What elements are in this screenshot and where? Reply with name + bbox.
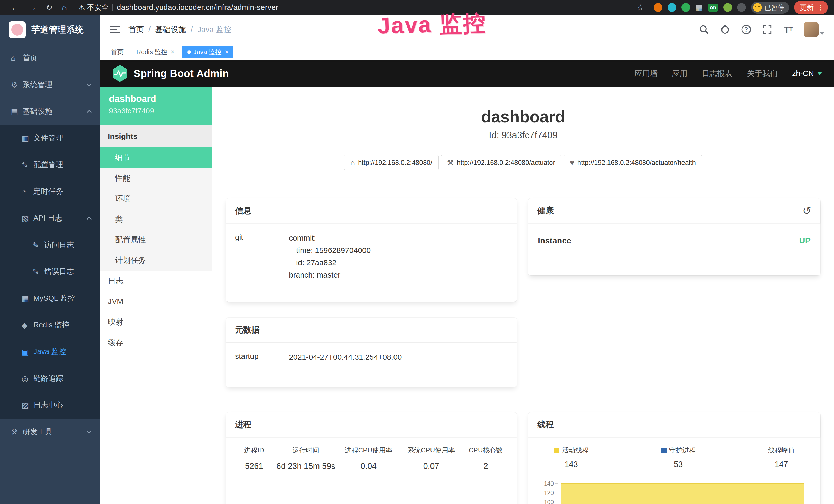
sba-menu-metrics[interactable]: 性能 [100, 168, 212, 188]
sba-menu-environment[interactable]: 环境 [100, 188, 212, 209]
git-commit-line: commit: [289, 232, 507, 244]
sidebar-item-infra[interactable]: ▤ 基础设施 [0, 98, 100, 125]
card-title: 信息 [226, 199, 517, 223]
sidebar-item-label: Java 监控 [34, 347, 66, 357]
spring-boot-admin-logo [112, 65, 128, 82]
tick-mark [555, 502, 558, 502]
sba-nav-about[interactable]: 关于我们 [747, 68, 778, 79]
main-sidebar: 芋道管理系统 ⌂ 首页 ⚙ 系统管理 ▤ 基础设施 ▥ 文件管理 ✎ 配置管理 … [0, 15, 100, 504]
history-icon[interactable]: ↺ [803, 206, 811, 216]
fullscreen-icon[interactable] [762, 24, 773, 35]
instance-url-button[interactable]: ⌂ http://192.168.0.2:48080/ [344, 155, 439, 170]
sidebar-item-mysql-monitor[interactable]: ▦ MySQL 监控 [0, 285, 100, 312]
heartbeat-icon: ♥ [570, 159, 574, 167]
sidebar-item-system[interactable]: ⚙ 系统管理 [0, 71, 100, 98]
tags-view-bar: 首页 Redis 监控 × Java 监控 × [100, 44, 834, 60]
font-size-icon[interactable]: TT [783, 24, 794, 35]
kebab-menu-icon[interactable]: ⋮ [817, 3, 824, 12]
browser-forward-button[interactable]: → [28, 3, 37, 12]
sidebar-item-redis-monitor[interactable]: ◈ Redis 监控 [0, 312, 100, 338]
sidebar-item-files[interactable]: ▥ 文件管理 [0, 125, 100, 152]
extensions-grid-icon[interactable]: ▦ [695, 3, 702, 12]
legend-value: 147 [768, 460, 795, 469]
browser-reload-button[interactable]: ↻ [46, 3, 53, 12]
paused-profile-chip[interactable]: 已暂停 [751, 2, 789, 14]
github-icon[interactable] [720, 24, 731, 35]
sba-nav-wallboard[interactable]: 应用墙 [634, 68, 658, 79]
info-key: git [235, 232, 289, 288]
breadcrumb-home[interactable]: 首页 [128, 24, 144, 35]
extension-icon[interactable] [654, 3, 662, 12]
sba-language-select[interactable]: zh-CN [792, 69, 822, 78]
sidebar-item-api-log[interactable]: ▧ API 日志 [0, 205, 100, 232]
threads-chart: 140 120 100 [537, 479, 811, 504]
tab-java-monitor[interactable]: Java 监控 × [182, 46, 234, 58]
tab-home[interactable]: 首页 [106, 46, 128, 58]
sba-instance-header[interactable]: dashboard 93a3fc7f7409 [100, 87, 212, 125]
health-url-button[interactable]: ♥ http://192.168.0.2:48080/actuator/heal… [564, 155, 702, 170]
breadcrumb-current: Java 监控 [198, 24, 232, 35]
api-log-icon: ▧ [22, 214, 34, 223]
bookmark-star-icon[interactable]: ☆ [637, 3, 644, 12]
process-value-uptime: 6d 23h 15m 59s [273, 461, 339, 471]
tab-redis-monitor[interactable]: Redis 监控 × [132, 46, 179, 58]
user-menu[interactable] [804, 22, 824, 37]
sidebar-item-log-center[interactable]: ▨ 日志中心 [0, 392, 100, 418]
legend-item-live: 活动线程 143 [554, 446, 589, 469]
infra-submenu: ▥ 文件管理 ✎ 配置管理 ◔ 定时任务 ▧ API 日志 ✎ 访问日志 ✎ 错… [0, 125, 100, 418]
sba-nav-journal[interactable]: 日志报表 [702, 68, 732, 79]
sidebar-item-tracing[interactable]: ◎ 链路追踪 [0, 365, 100, 392]
sidebar-item-label: 系统管理 [23, 79, 52, 90]
breadcrumb-infra[interactable]: 基础设施 [155, 24, 186, 35]
trace-icon: ◎ [22, 374, 34, 383]
security-warning-icon[interactable]: ⚠ [78, 3, 85, 12]
extension-icon[interactable] [681, 3, 690, 12]
metadata-card: 元数据 startup 2021-04-27T00:44:31.254+08:0… [226, 318, 517, 387]
process-header-uptime: 运行时间 [273, 446, 339, 455]
sidebar-item-label: API 日志 [34, 213, 62, 223]
sidebar-item-scheduled-jobs[interactable]: ◔ 定时任务 [0, 178, 100, 205]
spring-boot-admin-header: Spring Boot Admin 应用墙 应用 日志报表 关于我们 zh-CN [100, 60, 834, 87]
close-icon[interactable]: × [225, 48, 228, 56]
spring-boot-admin-title[interactable]: Spring Boot Admin [134, 68, 229, 79]
sba-menu-scheduled-tasks[interactable]: 计划任务 [100, 250, 212, 271]
sidebar-item-error-log[interactable]: ✎ 错误日志 [0, 258, 100, 285]
sba-menu-jvm[interactable]: JVM [100, 291, 212, 312]
sidebar-item-home[interactable]: ⌂ 首页 [0, 45, 100, 71]
app-logo-row[interactable]: 芋道管理系统 [0, 15, 100, 45]
security-label[interactable]: 不安全 [87, 3, 109, 12]
timer-icon: ◔ [22, 187, 34, 196]
sba-menu-details[interactable]: 细节 [100, 147, 212, 168]
sidebar-item-java-monitor[interactable]: ▣ Java 监控 [0, 338, 100, 365]
sba-menu-config-props[interactable]: 配置属性 [100, 230, 212, 250]
link-label: http://192.168.0.2:48080/actuator/health [577, 159, 696, 167]
sba-menu-insights[interactable]: Insights [100, 125, 212, 147]
extension-icon[interactable] [737, 3, 746, 12]
sidebar-item-dev-tools[interactable]: ⚒ 研发工具 [0, 418, 100, 445]
address-bar[interactable]: dashboard.yudao.iocoder.cn/infra/admin-s… [117, 3, 279, 12]
sidebar-item-config[interactable]: ✎ 配置管理 [0, 152, 100, 178]
actuator-url-button[interactable]: ⚒ http://192.168.0.2:48080/actuator [441, 155, 562, 170]
search-icon[interactable] [698, 24, 710, 35]
sidebar-item-access-log[interactable]: ✎ 访问日志 [0, 232, 100, 258]
legend-item-peak: 线程峰值 147 [768, 446, 795, 469]
browser-back-button[interactable]: ← [11, 3, 19, 12]
extension-icon[interactable] [723, 3, 732, 12]
access-log-icon: ✎ [32, 240, 44, 250]
extension-icon[interactable] [667, 3, 676, 12]
sba-nav-applications[interactable]: 应用 [672, 68, 687, 79]
chrome-update-button[interactable]: 更新 ⋮ [794, 1, 828, 14]
sba-menu-caches[interactable]: 缓存 [100, 332, 212, 353]
hamburger-icon[interactable] [110, 26, 120, 33]
close-icon[interactable]: × [171, 48, 174, 56]
sba-menu-logs[interactable]: 日志 [100, 271, 212, 291]
screenshot-annotation: Java 监控 [377, 8, 487, 41]
extension-on-badge[interactable]: on [708, 4, 718, 12]
process-value-process-cpu: 0.04 [338, 461, 398, 471]
sidebar-item-label: 链路追踪 [34, 373, 63, 384]
browser-home-button[interactable]: ⌂ [62, 3, 67, 12]
sba-menu-mappings[interactable]: 映射 [100, 312, 212, 332]
sba-menu-classes[interactable]: 类 [100, 209, 212, 230]
svg-text:?: ? [744, 26, 748, 33]
help-icon[interactable]: ? [741, 24, 752, 35]
